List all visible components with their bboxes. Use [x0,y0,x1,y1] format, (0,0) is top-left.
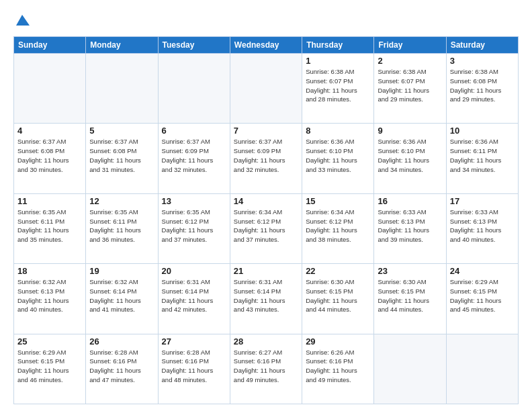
weekday-header-sunday: Sunday [14,37,86,54]
day-info: Sunrise: 6:34 AM Sunset: 6:12 PM Dayligh… [234,208,298,244]
day-number: 15 [306,196,370,206]
calendar-day-cell: 7Sunrise: 6:37 AM Sunset: 6:09 PM Daylig… [230,124,302,193]
weekday-header-row: SundayMondayTuesdayWednesdayThursdayFrid… [14,37,519,54]
day-number: 3 [450,56,515,66]
day-number: 9 [378,126,442,136]
weekday-header-wednesday: Wednesday [230,37,302,54]
day-info: Sunrise: 6:28 AM Sunset: 6:16 PM Dayligh… [89,348,154,385]
day-info: Sunrise: 6:37 AM Sunset: 6:09 PM Dayligh… [234,137,298,174]
calendar-day-cell: 16Sunrise: 6:33 AM Sunset: 6:13 PM Dayli… [374,193,446,263]
day-number: 4 [17,126,82,136]
day-number: 21 [234,266,298,276]
day-info: Sunrise: 6:37 AM Sunset: 6:09 PM Dayligh… [162,137,226,174]
calendar-day-cell: 2Sunrise: 6:38 AM Sunset: 6:07 PM Daylig… [374,54,446,124]
day-number: 26 [89,336,154,347]
day-info: Sunrise: 6:29 AM Sunset: 6:15 PM Dayligh… [450,277,515,314]
day-info: Sunrise: 6:31 AM Sunset: 6:14 PM Dayligh… [234,277,298,314]
day-number: 22 [306,266,370,276]
day-info: Sunrise: 6:38 AM Sunset: 6:08 PM Dayligh… [450,67,515,104]
weekday-header-tuesday: Tuesday [158,37,230,54]
calendar-day-cell: 24Sunrise: 6:29 AM Sunset: 6:15 PM Dayli… [446,264,518,334]
weekday-header-friday: Friday [374,37,446,54]
calendar-day-cell: 5Sunrise: 6:37 AM Sunset: 6:08 PM Daylig… [86,124,158,193]
day-number: 25 [17,336,82,347]
calendar-day-cell: 23Sunrise: 6:30 AM Sunset: 6:15 PM Dayli… [374,264,446,334]
day-number: 11 [17,196,82,206]
logo-icon [15,13,30,28]
day-number: 5 [89,126,154,136]
day-info: Sunrise: 6:30 AM Sunset: 6:15 PM Dayligh… [378,277,442,314]
day-number: 28 [234,336,298,347]
calendar-day-cell: 27Sunrise: 6:28 AM Sunset: 6:16 PM Dayli… [158,334,230,404]
calendar-day-cell: 1Sunrise: 6:38 AM Sunset: 6:07 PM Daylig… [302,54,374,124]
day-number: 14 [234,196,298,206]
day-info: Sunrise: 6:33 AM Sunset: 6:13 PM Dayligh… [450,208,515,244]
calendar-day-cell: 11Sunrise: 6:35 AM Sunset: 6:11 PM Dayli… [14,193,86,263]
weekday-header-monday: Monday [86,37,158,54]
day-info: Sunrise: 6:33 AM Sunset: 6:13 PM Dayligh… [378,208,442,244]
day-info: Sunrise: 6:26 AM Sunset: 6:16 PM Dayligh… [306,348,370,385]
calendar-day-cell [446,334,518,404]
day-number: 16 [378,196,442,206]
calendar-day-cell: 26Sunrise: 6:28 AM Sunset: 6:16 PM Dayli… [86,334,158,404]
day-number: 27 [162,336,226,347]
calendar-day-cell [86,54,158,124]
calendar-day-cell: 17Sunrise: 6:33 AM Sunset: 6:13 PM Dayli… [446,193,518,263]
day-number: 6 [162,126,226,136]
calendar-day-cell [374,334,446,404]
calendar-week-row: 4Sunrise: 6:37 AM Sunset: 6:08 PM Daylig… [14,124,519,193]
day-info: Sunrise: 6:34 AM Sunset: 6:12 PM Dayligh… [306,208,370,244]
day-info: Sunrise: 6:30 AM Sunset: 6:15 PM Dayligh… [306,277,370,314]
calendar-day-cell: 12Sunrise: 6:35 AM Sunset: 6:11 PM Dayli… [86,193,158,263]
day-info: Sunrise: 6:36 AM Sunset: 6:10 PM Dayligh… [378,137,442,174]
calendar-day-cell [230,54,302,124]
svg-marker-0 [16,15,30,26]
day-number: 7 [234,126,298,136]
calendar-day-cell: 8Sunrise: 6:36 AM Sunset: 6:10 PM Daylig… [302,124,374,193]
day-info: Sunrise: 6:37 AM Sunset: 6:08 PM Dayligh… [89,137,154,174]
calendar-week-row: 11Sunrise: 6:35 AM Sunset: 6:11 PM Dayli… [14,193,519,263]
calendar-week-row: 1Sunrise: 6:38 AM Sunset: 6:07 PM Daylig… [14,54,519,124]
day-info: Sunrise: 6:32 AM Sunset: 6:14 PM Dayligh… [89,277,154,314]
day-info: Sunrise: 6:37 AM Sunset: 6:08 PM Dayligh… [17,137,82,174]
day-number: 20 [162,266,226,276]
day-number: 1 [306,56,370,66]
day-number: 13 [162,196,226,206]
day-number: 24 [450,266,515,276]
calendar-day-cell: 4Sunrise: 6:37 AM Sunset: 6:08 PM Daylig… [14,124,86,193]
day-info: Sunrise: 6:35 AM Sunset: 6:11 PM Dayligh… [17,208,82,244]
calendar-day-cell: 15Sunrise: 6:34 AM Sunset: 6:12 PM Dayli… [302,193,374,263]
calendar-day-cell: 14Sunrise: 6:34 AM Sunset: 6:12 PM Dayli… [230,193,302,263]
calendar-day-cell: 28Sunrise: 6:27 AM Sunset: 6:16 PM Dayli… [230,334,302,404]
calendar-day-cell [14,54,86,124]
day-info: Sunrise: 6:35 AM Sunset: 6:12 PM Dayligh… [162,208,226,244]
logo [13,13,30,31]
day-info: Sunrise: 6:36 AM Sunset: 6:11 PM Dayligh… [450,137,515,174]
day-info: Sunrise: 6:28 AM Sunset: 6:16 PM Dayligh… [162,348,226,385]
day-info: Sunrise: 6:38 AM Sunset: 6:07 PM Dayligh… [378,67,442,104]
day-number: 10 [450,126,515,136]
calendar-day-cell: 29Sunrise: 6:26 AM Sunset: 6:16 PM Dayli… [302,334,374,404]
day-number: 8 [306,126,370,136]
calendar-day-cell: 25Sunrise: 6:29 AM Sunset: 6:15 PM Dayli… [14,334,86,404]
calendar-day-cell [158,54,230,124]
calendar-table: SundayMondayTuesdayWednesdayThursdayFrid… [13,36,519,404]
day-info: Sunrise: 6:35 AM Sunset: 6:11 PM Dayligh… [89,208,154,244]
calendar-day-cell: 10Sunrise: 6:36 AM Sunset: 6:11 PM Dayli… [446,124,518,193]
day-info: Sunrise: 6:29 AM Sunset: 6:15 PM Dayligh… [17,348,82,385]
calendar-day-cell: 6Sunrise: 6:37 AM Sunset: 6:09 PM Daylig… [158,124,230,193]
calendar-day-cell: 20Sunrise: 6:31 AM Sunset: 6:14 PM Dayli… [158,264,230,334]
day-info: Sunrise: 6:31 AM Sunset: 6:14 PM Dayligh… [162,277,226,314]
day-number: 19 [89,266,154,276]
calendar-week-row: 25Sunrise: 6:29 AM Sunset: 6:15 PM Dayli… [14,334,519,404]
weekday-header-saturday: Saturday [446,37,518,54]
day-number: 17 [450,196,515,206]
day-info: Sunrise: 6:32 AM Sunset: 6:13 PM Dayligh… [17,277,82,314]
day-info: Sunrise: 6:27 AM Sunset: 6:16 PM Dayligh… [234,348,298,385]
calendar-day-cell: 19Sunrise: 6:32 AM Sunset: 6:14 PM Dayli… [86,264,158,334]
calendar-day-cell: 18Sunrise: 6:32 AM Sunset: 6:13 PM Dayli… [14,264,86,334]
calendar-day-cell: 13Sunrise: 6:35 AM Sunset: 6:12 PM Dayli… [158,193,230,263]
calendar-day-cell: 21Sunrise: 6:31 AM Sunset: 6:14 PM Dayli… [230,264,302,334]
page-header [13,11,519,31]
day-number: 2 [378,56,442,66]
